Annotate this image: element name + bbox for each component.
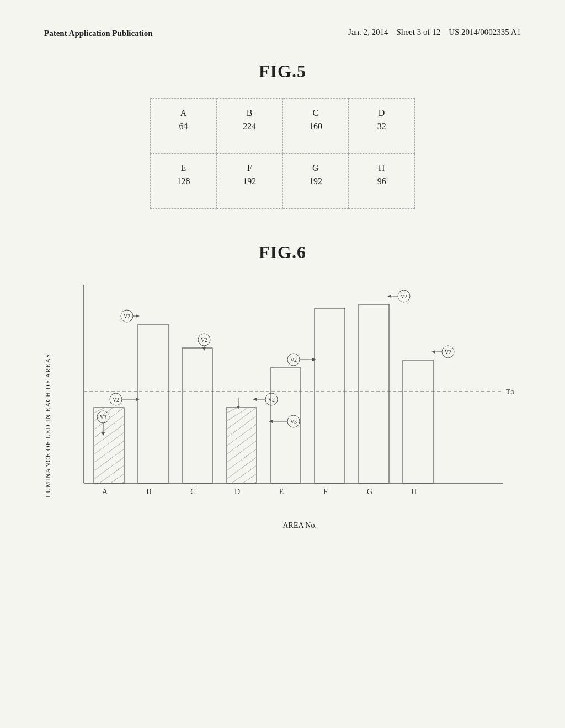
x-label-B: B xyxy=(147,488,152,496)
x-label-C: C xyxy=(191,488,196,496)
v2-arrowhead-B xyxy=(136,314,140,318)
x-axis-label: AREA No. xyxy=(78,521,521,530)
chart-area: Th xyxy=(56,279,521,530)
bar-H xyxy=(403,360,433,483)
svg-text:V2: V2 xyxy=(201,337,207,343)
y-axis-label: LUMINANCE OF LED IN EACH OF AREAS xyxy=(44,320,52,530)
v2-arrowhead-H xyxy=(431,350,435,354)
header-left: Patent Application Publication xyxy=(44,28,153,39)
fig5-section: FIG.5 A 64 B 224 C 160 D 32 xyxy=(44,61,521,209)
bar-E xyxy=(270,368,301,483)
bar-F xyxy=(315,308,345,483)
v2-arrowhead-G xyxy=(387,295,391,298)
cell-F: F 192 xyxy=(216,154,282,209)
cell-A: A 64 xyxy=(151,99,217,154)
cell-B: B 224 xyxy=(216,99,282,154)
fig6-section: FIG.6 LUMINANCE OF LED IN EACH OF AREAS … xyxy=(44,242,521,530)
bar-B xyxy=(138,324,168,483)
svg-line-25 xyxy=(243,474,257,483)
header-right: Jan. 2, 2014 Sheet 3 of 12 US 2014/00023… xyxy=(348,28,521,37)
publication-label: Patent Application Publication xyxy=(44,29,153,38)
th-label: Th xyxy=(506,387,514,395)
fig6-chart-wrapper: LUMINANCE OF LED IN EACH OF AREAS Th xyxy=(44,279,521,530)
x-label-H: H xyxy=(411,488,417,496)
svg-line-10 xyxy=(94,449,124,471)
svg-text:V2: V2 xyxy=(445,349,451,355)
svg-line-18 xyxy=(226,416,257,438)
svg-text:V2: V2 xyxy=(290,357,297,363)
svg-line-20 xyxy=(226,432,257,454)
svg-line-13 xyxy=(110,474,124,483)
bar-C xyxy=(182,348,212,483)
cell-G: G 192 xyxy=(282,154,349,209)
svg-line-12 xyxy=(99,465,124,483)
bar-G xyxy=(359,304,389,483)
svg-line-8 xyxy=(94,432,124,454)
svg-line-15 xyxy=(226,408,237,413)
svg-line-9 xyxy=(94,441,124,463)
svg-line-22 xyxy=(226,449,257,471)
fig5-title: FIG.5 xyxy=(44,61,521,82)
svg-text:V3: V3 xyxy=(100,414,106,420)
cell-C: C 160 xyxy=(282,99,349,154)
svg-line-7 xyxy=(94,424,124,446)
v3-arrow-A xyxy=(102,432,105,436)
fig6-title: FIG.6 xyxy=(44,242,521,263)
svg-line-19 xyxy=(226,424,257,446)
patent-number: US 2014/0002335 A1 xyxy=(449,28,521,36)
header: Patent Application Publication Jan. 2, 2… xyxy=(44,28,521,39)
svg-line-16 xyxy=(226,408,248,421)
x-label-F: F xyxy=(323,488,328,496)
svg-line-24 xyxy=(232,465,257,483)
pub-date: Jan. 2, 2014 xyxy=(348,28,388,36)
x-label-G: G xyxy=(367,488,372,496)
svg-text:V2: V2 xyxy=(268,397,275,403)
fig5-table: A 64 B 224 C 160 D 32 E xyxy=(150,98,415,209)
svg-text:V3: V3 xyxy=(290,419,297,425)
x-label-A: A xyxy=(102,488,108,496)
v2-arrowhead-DE xyxy=(253,398,257,401)
svg-line-21 xyxy=(226,441,257,463)
cell-H: H 96 xyxy=(349,154,415,209)
svg-text:V2: V2 xyxy=(401,293,407,299)
x-label-D: D xyxy=(234,488,240,496)
v2-arrowhead-C xyxy=(202,347,206,351)
bar-chart-svg: Th xyxy=(56,279,509,516)
page: Patent Application Publication Jan. 2, 2… xyxy=(0,0,565,728)
cell-D: D 32 xyxy=(349,99,415,154)
cell-E: E 128 xyxy=(151,154,217,209)
x-label-E: E xyxy=(279,488,284,496)
svg-text:V2: V2 xyxy=(124,313,130,319)
sheet-info: Sheet 3 of 12 xyxy=(397,28,441,36)
svg-text:V2: V2 xyxy=(113,397,119,403)
